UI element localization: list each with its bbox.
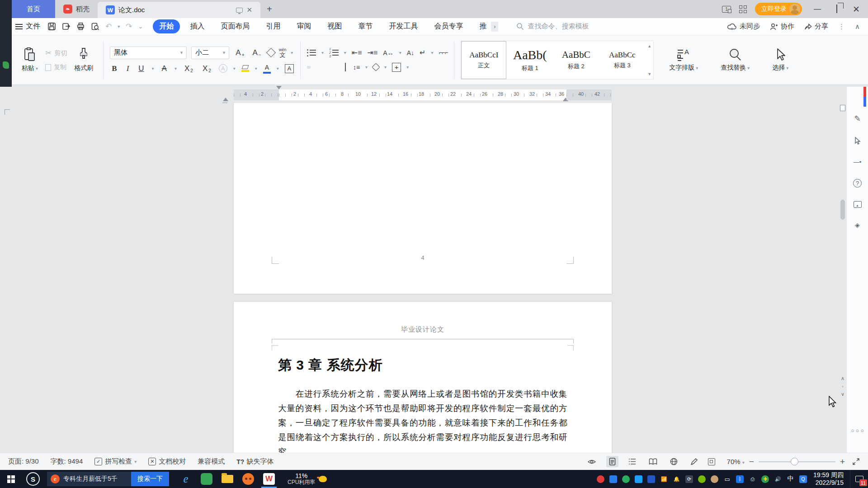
select-button[interactable]: 选择▾ [769,46,792,74]
restore-button[interactable] [833,5,841,13]
zoom-slider-thumb[interactable] [791,458,798,465]
start-button[interactable] [0,470,22,488]
close-button[interactable]: ✕ [849,4,863,14]
tab-dev-tools[interactable]: 开发工具 [382,19,424,33]
web-layout-button[interactable] [667,456,680,467]
clear-format-icon[interactable] [266,48,276,57]
undo-dropdown-icon[interactable]: ▾ [118,24,120,29]
page-view-button[interactable] [606,456,618,467]
select-tool-icon[interactable] [854,137,861,145]
outline-view-button[interactable] [626,456,639,467]
highlight-color-button[interactable] [241,65,249,72]
tab-start[interactable]: 开始 [153,19,180,33]
style-heading1[interactable]: AaBb( 标题 1 [507,41,552,79]
character-scale-icon[interactable]: A↔ [383,49,393,56]
notification-bell-icon[interactable]: 🔔 [673,475,680,483]
taskbar-search-box[interactable]: e 专科生月薪低于5千 搜索一下 [47,472,169,486]
horizontal-ruler[interactable]: 4 2 2 4 6 8 10 12 14 16 18 20 22 24 26 2… [234,89,612,100]
ink-annotate-button[interactable] [688,456,701,467]
enclose-character-button[interactable]: A [219,64,227,73]
document-canvas[interactable]: 4 毕业设计论文 第 3 章 系统分析 在进行系统分析之前，需要从网络上或者是图… [0,103,846,453]
paste-button[interactable]: 粘贴▾ [18,46,42,74]
style-heading2[interactable]: AaBbC 标题 2 [553,41,599,79]
sort-icon[interactable]: A↓ [407,49,414,56]
italic-button[interactable]: I [125,64,131,74]
page-indicator[interactable]: 页面: 9/30 [8,457,39,466]
new-tab-button[interactable]: + [260,0,278,18]
tab-close-icon[interactable]: ✕ [246,6,252,14]
tab-document[interactable]: W 论文.doc ✕ [98,2,260,18]
collaborate-button[interactable]: 协作 [770,22,794,31]
line-spacing-icon[interactable]: ↕≡ [353,64,360,71]
assistant-app-icon[interactable]: S [26,472,40,486]
ie-browser-icon[interactable]: e [175,470,196,488]
qq-browser-icon[interactable]: Q [799,475,807,483]
cut-button[interactable]: ✂剪切 [45,48,67,58]
battery-icon[interactable]: ▭ [723,475,731,483]
decrease-indent-icon[interactable]: ⇤≡ [352,48,362,57]
align-left-button[interactable] [307,66,311,69]
split-line-icon[interactable]: —• [854,159,862,165]
tab-view[interactable]: 视图 [321,19,348,33]
tray-red-app-icon[interactable] [597,475,604,483]
document-page-current[interactable]: 毕业设计论文 第 3 章 系统分析 在进行系统分析之前，需要从网络上或者是图书馆… [234,302,612,453]
ocr-image-icon[interactable]: ▴ [854,201,862,208]
superscript-button[interactable]: X2 [183,64,195,74]
save-icon[interactable] [47,22,56,31]
phonetic-guide-icon[interactable]: wén文 [279,48,287,58]
taskbar-clock[interactable]: 19:59 周四 2022/9/15 [813,471,844,487]
compat-mode[interactable]: 兼容模式 [198,457,225,466]
fullscreen-icon[interactable] [852,458,860,465]
zoom-in-icon[interactable]: + [840,457,845,467]
spell-check-button[interactable]: ✓拼写检查▾ [94,457,137,466]
more-tools-icon[interactable]: ○ ○ ○ [851,427,863,434]
document-page-previous[interactable]: 4 [234,103,612,294]
health-cross-icon[interactable]: ✚ [761,475,769,483]
ruler-toggle-icon[interactable] [840,105,845,111]
tab-insert[interactable]: 插入 [184,19,211,33]
volume-icon[interactable]: 🔊 [774,475,782,483]
subscript-button[interactable]: X2 [201,64,213,74]
tab-recommend[interactable]: 推 [473,19,487,33]
gallery-up-icon[interactable]: ▲ [647,44,651,48]
distribute-button[interactable] [343,62,348,72]
justify-button[interactable] [334,66,338,69]
numbered-list-button[interactable]: 123 [329,47,339,58]
stamp-icon[interactable]: ◈ [855,221,860,229]
green-app-icon[interactable] [196,470,217,488]
more-menu-icon[interactable]: ⋮ [838,23,845,31]
portrait-avatar-icon[interactable] [711,475,718,483]
taskbar-search-button[interactable]: 搜索一下 [131,472,169,486]
zoom-slider[interactable] [759,461,835,462]
tab-references[interactable]: 引用 [259,19,287,33]
previous-page-icon[interactable]: ∧ [840,375,846,383]
sync-status-button[interactable]: 未同步 [727,22,760,31]
wps-app-icon[interactable]: W [259,470,279,488]
style-normal[interactable]: AaBbCcI 正文 [461,41,506,79]
style-heading3[interactable]: AaBbCc 标题 3 [599,41,645,79]
zoom-out-icon[interactable]: − [749,457,754,467]
command-search-input[interactable]: 查找命令、搜索模板 [516,22,589,31]
text-layout-button[interactable]: A 文字排版▾ [665,46,702,74]
print-icon[interactable] [76,22,85,31]
bluetooth-icon[interactable]: ᛒ [736,475,744,483]
help-icon[interactable]: ? [853,179,862,188]
apps-grid-icon[interactable] [739,5,747,13]
next-page-icon[interactable]: ∨ [840,390,846,399]
cpu-monitor-widget[interactable]: 11% CPU利用率 [288,472,327,486]
undo-icon[interactable]: ↶ [105,22,112,31]
sync-tray-icon[interactable]: ⟳ [685,475,693,483]
zoom-level-value[interactable]: 70% ▾ [727,458,745,465]
doc-proof-button[interactable]: ✕文档校对 [148,457,186,466]
tray-shield-icon[interactable] [647,475,655,483]
tray-green-app-icon[interactable] [622,475,630,483]
shading-button[interactable] [372,63,380,71]
annotate-pen-icon[interactable]: ✎ [854,114,860,123]
increase-font-icon[interactable]: A+ [234,48,246,58]
print-preview-icon[interactable] [91,22,99,31]
tab-docer[interactable]: ❧ 稻壳 [55,0,98,18]
quickbar-customize-icon[interactable]: ⌄ [138,23,143,30]
tray-tim-icon[interactable] [635,475,642,483]
tab-home[interactable]: 首页 [12,0,55,18]
action-center-button[interactable]: 11 [850,470,868,488]
